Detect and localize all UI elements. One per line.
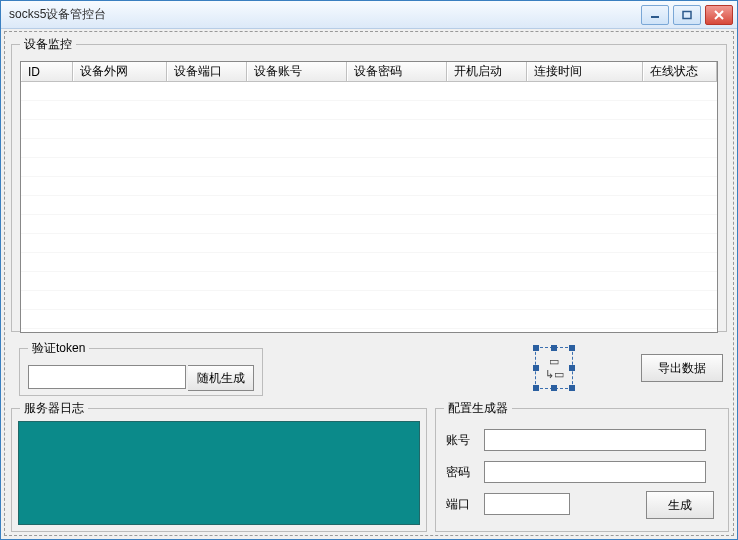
config-password-input[interactable] [484, 461, 706, 483]
export-data-button[interactable]: 导出数据 [641, 354, 723, 382]
column-header[interactable]: 连接时间 [527, 62, 643, 81]
config-account-input[interactable] [484, 429, 706, 451]
device-monitor-label: 设备监控 [20, 36, 76, 53]
title-bar[interactable]: socks5设备管控台 [1, 1, 737, 29]
minimize-button[interactable] [641, 5, 669, 25]
token-generate-button[interactable]: 随机生成 [188, 365, 254, 391]
config-generator-label: 配置生成器 [444, 400, 512, 417]
config-password-label: 密码 [446, 464, 476, 481]
verify-token-group: 验证token 随机生成 [19, 340, 263, 396]
svg-rect-1 [683, 11, 691, 18]
client-area: 设备监控 ID设备外网设备端口设备账号设备密码开机启动连接时间在线状态 验证to… [4, 31, 734, 536]
server-log-textarea[interactable] [18, 421, 420, 525]
resize-handle[interactable] [569, 365, 575, 371]
config-account-label: 账号 [446, 432, 476, 449]
token-input[interactable] [28, 365, 186, 389]
main-window: socks5设备管控台 设备监控 ID设备外网设备端口设备账号设备密码开机启动连… [0, 0, 738, 540]
column-header[interactable]: ID [21, 62, 73, 81]
config-port-row: 端口 [446, 493, 570, 515]
close-icon [714, 10, 724, 20]
device-grid[interactable]: ID设备外网设备端口设备账号设备密码开机启动连接时间在线状态 [20, 61, 718, 333]
minimize-icon [650, 10, 660, 20]
resize-handle[interactable] [533, 385, 539, 391]
config-port-label: 端口 [446, 496, 476, 513]
config-port-input[interactable] [484, 493, 570, 515]
device-grid-body[interactable] [21, 82, 717, 332]
designer-selected-control[interactable]: ▭ ↳▭ [535, 347, 573, 389]
server-log-group: 服务器日志 [11, 400, 427, 532]
device-monitor-group: 设备监控 ID设备外网设备端口设备账号设备密码开机启动连接时间在线状态 [11, 36, 727, 332]
column-header[interactable]: 设备账号 [247, 62, 347, 81]
resize-handle[interactable] [551, 385, 557, 391]
close-button[interactable] [705, 5, 733, 25]
server-log-label: 服务器日志 [20, 400, 88, 417]
verify-token-label: 验证token [28, 340, 89, 357]
resize-handle[interactable] [569, 345, 575, 351]
cascade-icon: ↳▭ [545, 369, 564, 380]
resize-handle[interactable] [533, 365, 539, 371]
maximize-icon [682, 10, 692, 20]
config-account-row: 账号 [446, 429, 706, 451]
config-password-row: 密码 [446, 461, 706, 483]
config-generate-button[interactable]: 生成 [646, 491, 714, 519]
column-header[interactable]: 设备密码 [347, 62, 447, 81]
device-grid-header[interactable]: ID设备外网设备端口设备账号设备密码开机启动连接时间在线状态 [21, 62, 717, 82]
column-header[interactable]: 设备外网 [73, 62, 167, 81]
window-buttons [641, 5, 733, 25]
column-header[interactable]: 设备端口 [167, 62, 247, 81]
config-generator-group: 配置生成器 账号 密码 端口 生成 [435, 400, 729, 532]
resize-handle[interactable] [533, 345, 539, 351]
window-title: socks5设备管控台 [9, 6, 106, 23]
resize-handle[interactable] [569, 385, 575, 391]
column-header[interactable]: 在线状态 [643, 62, 717, 81]
maximize-button[interactable] [673, 5, 701, 25]
window-icon: ▭ [549, 356, 559, 367]
resize-handle[interactable] [551, 345, 557, 351]
column-header[interactable]: 开机启动 [447, 62, 527, 81]
